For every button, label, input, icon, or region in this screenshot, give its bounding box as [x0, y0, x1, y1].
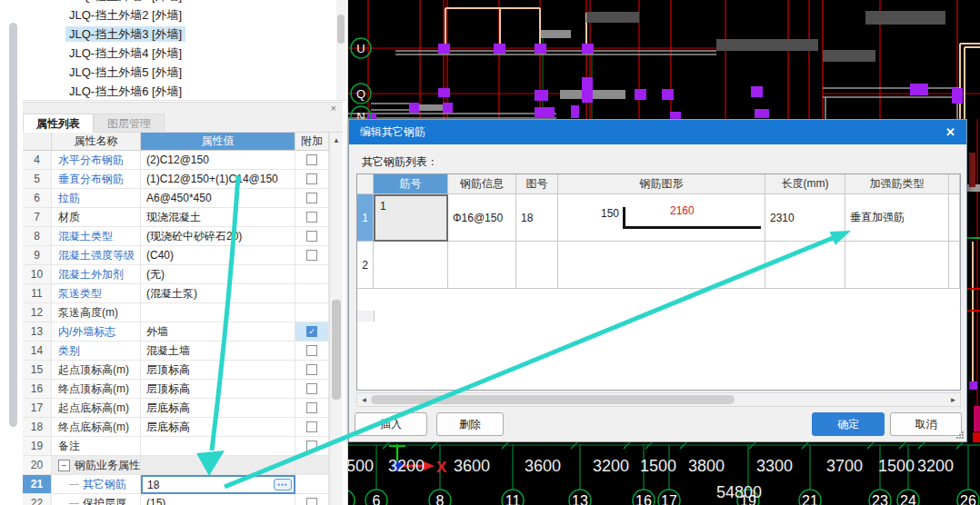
- attach-checkbox[interactable]: [306, 250, 317, 261]
- cad-drawing-bottom[interactable]: X 15003200360036003200150038003300370015…: [348, 442, 980, 505]
- property-name[interactable]: 内/外墙标志: [58, 324, 115, 340]
- property-name[interactable]: 其它钢筋: [83, 477, 126, 492]
- property-scrollbar-thumb[interactable]: [332, 300, 341, 400]
- extra-cell: [295, 361, 329, 380]
- attach-checkbox[interactable]: [306, 193, 317, 203]
- attach-checkbox[interactable]: [306, 212, 317, 223]
- property-value-cell[interactable]: (2)C12@150: [141, 151, 295, 170]
- cad-drawing-right[interactable]: [967, 119, 980, 442]
- property-value-cell[interactable]: (现浇砼中砂碎石20): [141, 227, 295, 246]
- header-property-value: 属性值: [141, 133, 295, 151]
- tree-item[interactable]: JLQ-挡土外墙2 [外墙]: [23, 5, 346, 25]
- rebar-table-row[interactable]: 2: [357, 242, 960, 289]
- ellipsis-button[interactable]: ⋯: [274, 479, 292, 490]
- property-name[interactable]: 水平分布钢筋: [58, 153, 124, 168]
- ok-button[interactable]: 确定: [812, 412, 885, 436]
- property-name-cell: 混凝土外加剂: [52, 265, 141, 284]
- tree-item[interactable]: JLQ-挡土外墙4 [外墙]: [23, 44, 346, 63]
- row-number: 19: [23, 437, 52, 456]
- property-value: 层顶标高: [146, 381, 190, 397]
- dimension-value: 3200: [593, 457, 629, 475]
- axis-number-label: 24: [900, 493, 916, 505]
- tree-scrollbar-thumb[interactable]: [337, 15, 345, 44]
- property-name: 终点顶标高(m): [58, 381, 129, 397]
- property-value-cell[interactable]: 层底标高: [141, 399, 295, 418]
- property-value-cell[interactable]: 混凝土墙: [141, 342, 295, 361]
- property-value-cell[interactable]: 现浇混凝土: [141, 208, 295, 227]
- property-value-cell[interactable]: [141, 303, 295, 322]
- property-value-cell[interactable]: (C40): [141, 246, 295, 265]
- dialog-hscrollbar[interactable]: ◄ ►: [356, 392, 961, 407]
- attach-checkbox[interactable]: [306, 173, 317, 184]
- attach-checkbox[interactable]: [306, 364, 317, 375]
- attach-checkbox[interactable]: [306, 402, 317, 413]
- left-scrollbar-thumb[interactable]: [9, 23, 17, 427]
- figure-number-cell: [516, 242, 558, 289]
- cad-bottom-canvas: X 15003200360036003200150038003300370015…: [348, 442, 980, 505]
- property-value-cell[interactable]: 18⋯: [141, 475, 295, 494]
- property-scrollbar[interactable]: ▲: [329, 133, 343, 505]
- property-value-cell[interactable]: [141, 456, 295, 475]
- delete-button[interactable]: 删除: [436, 412, 504, 436]
- property-value-cell[interactable]: [141, 437, 295, 456]
- property-row: 12泵送高度(m): [23, 303, 343, 322]
- bar-number-cell: [374, 242, 448, 289]
- resize-grip[interactable]: [956, 431, 964, 439]
- dialog-title-bar[interactable]: 编辑其它钢筋 ✕: [349, 120, 966, 144]
- attach-checkbox[interactable]: [306, 231, 317, 242]
- attach-checkbox[interactable]: [306, 345, 317, 356]
- property-value-cell[interactable]: 外墙: [141, 322, 295, 342]
- scroll-up-icon[interactable]: ▲: [330, 133, 343, 147]
- property-value-cell[interactable]: 层底标高: [141, 418, 295, 437]
- attach-checkbox[interactable]: [306, 421, 317, 432]
- property-value: 混凝土墙: [146, 343, 190, 359]
- cancel-button[interactable]: 取消: [890, 412, 962, 436]
- property-name[interactable]: 混凝土外加剂: [58, 267, 124, 282]
- tree-item[interactable]: JLQ-挡土外墙3 [外墙]: [23, 25, 346, 44]
- property-value-cell[interactable]: A6@450*450: [141, 189, 295, 208]
- property-name[interactable]: 混凝土强度等级: [58, 248, 135, 263]
- property-value-cell[interactable]: (无): [141, 265, 295, 284]
- attach-checkbox[interactable]: [306, 154, 317, 165]
- property-value-cell[interactable]: (1)C12@150+(1)C14@150: [141, 170, 295, 189]
- property-value-cell[interactable]: 层顶标高: [141, 361, 295, 380]
- property-table-header: 属性名称 属性值 附加: [23, 133, 343, 151]
- property-name[interactable]: 拉筋: [58, 191, 80, 206]
- dialog-close-icon[interactable]: ✕: [945, 120, 955, 144]
- property-value-cell[interactable]: 层顶标高: [141, 380, 295, 399]
- hscroll-right-icon[interactable]: ►: [947, 393, 959, 406]
- property-name: 起点顶标高(m): [58, 362, 129, 378]
- left-panel: JLQ-挡土外墙1 [外墙]JLQ-挡土外墙2 [外墙]JLQ-挡土外墙3 [外…: [0, 0, 348, 505]
- tree-item[interactable]: JLQ-挡土外墙5 [外墙]: [23, 63, 346, 82]
- rebar-table-row[interactable]: 11Φ16@1501815021602310垂直加强筋: [357, 194, 960, 242]
- extra-cell: [295, 475, 329, 494]
- attach-checkbox-checked[interactable]: ✓: [306, 326, 317, 337]
- attach-checkbox[interactable]: [306, 441, 317, 451]
- property-name-cell: 终点顶标高(m): [52, 380, 141, 399]
- property-name[interactable]: 垂直分布钢筋: [58, 172, 124, 187]
- attach-checkbox[interactable]: [306, 383, 317, 394]
- cad-drawing-top[interactable]: UQN: [348, 0, 980, 119]
- hscroll-thumb[interactable]: [371, 395, 735, 404]
- property-value-cell[interactable]: (15): [141, 494, 295, 505]
- property-row: 13内/外墙标志外墙✓: [23, 322, 343, 342]
- row-number: 11: [23, 284, 52, 303]
- hscroll-left-icon[interactable]: ◄: [358, 393, 370, 406]
- property-name[interactable]: 混凝土类型: [58, 229, 113, 244]
- tab-property-list[interactable]: 属性列表: [23, 114, 94, 133]
- insert-button[interactable]: 插入: [355, 412, 427, 436]
- property-name[interactable]: 类别: [58, 343, 80, 359]
- collapse-icon[interactable]: −: [58, 460, 70, 471]
- tree-branch-line: [69, 503, 79, 504]
- tab-layer-manage[interactable]: 图层管理: [94, 114, 165, 133]
- property-value-cell[interactable]: (混凝土泵): [141, 284, 295, 303]
- column-header: 筋号: [374, 174, 448, 194]
- property-name[interactable]: 泵送类型: [58, 286, 102, 302]
- property-name: 起点底标高(m): [58, 401, 129, 416]
- attach-checkbox[interactable]: [306, 498, 317, 505]
- column-header: [949, 174, 960, 194]
- tree-item[interactable]: JLQ-挡土外墙6 [外墙]: [23, 82, 346, 101]
- app-window: UQN: [0, 0, 980, 505]
- extra-cell: [295, 246, 329, 265]
- tree-scrollbar[interactable]: [336, 0, 345, 100]
